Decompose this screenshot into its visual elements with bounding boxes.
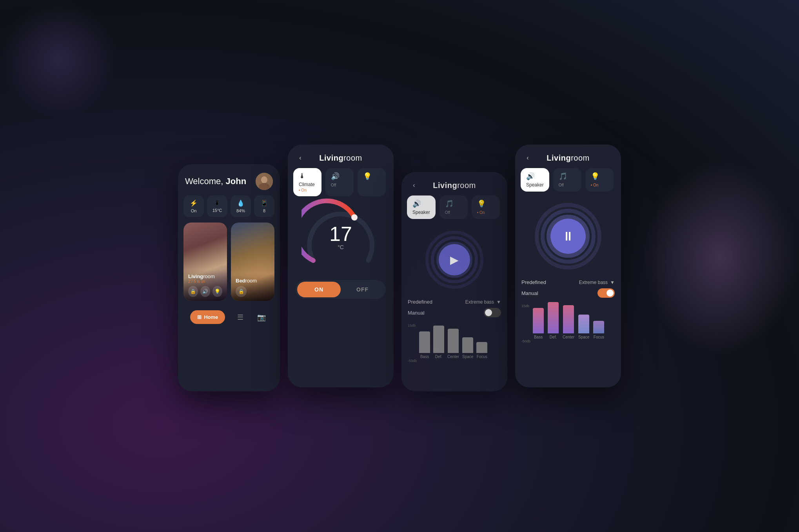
- speaker-lg-manual-label: Manual: [521, 290, 538, 296]
- speaker-lg-light-icon: 💡: [591, 172, 599, 181]
- speaker-sm-manual-row: Manual: [408, 308, 501, 317]
- climate-back-button[interactable]: ‹: [295, 152, 306, 163]
- speaker-lg-pause-button[interactable]: ⏸: [550, 219, 586, 254]
- speaker-sm-play-button[interactable]: ▶: [439, 244, 470, 275]
- living-room-card[interactable]: Livingroom 2 / 5 is on 🔒 🔊 💡: [183, 223, 227, 301]
- speaker-sm-bar-bass: [419, 331, 430, 353]
- speaker-lg-predefined-value[interactable]: Extreme bass ▼: [579, 280, 615, 285]
- speaker-lg-eq-space: Space: [578, 315, 589, 339]
- tab-speaker-climate[interactable]: 🔊 Off: [325, 168, 354, 196]
- tab-speaker-sm-music[interactable]: 🎵 Off: [439, 195, 468, 219]
- devices-icon: 📱: [260, 199, 268, 207]
- climate-on-button[interactable]: ON: [297, 282, 341, 297]
- speaker-sm-eq-bars: Bass Def. Center Space: [419, 324, 501, 363]
- speaker-sm-yaxis: 15db -50db: [408, 324, 417, 363]
- stat-temp: 🌡 15°C: [207, 195, 227, 217]
- avatar[interactable]: [256, 173, 273, 190]
- speaker-sm-predefined-label: Predefined: [408, 299, 432, 305]
- speaker-climate-tab-icon: 🔊: [331, 172, 340, 181]
- tab-speaker-lg-light[interactable]: 💡 • On: [585, 168, 614, 192]
- speaker-lg-label-bass: Bass: [534, 335, 543, 339]
- speaker-lg-bar-def: [548, 302, 559, 333]
- speaker-lg-music-icon: 🎵: [559, 172, 567, 181]
- speaker-lg-title-light: room: [571, 154, 590, 162]
- speaker-sm-screen: ‹ Livingroom 🔊 Speaker 🎵 Off 💡 • On: [401, 172, 507, 391]
- speaker-sm-predefined-row: Predefined Extreme bass ▼: [408, 299, 501, 305]
- speaker-sm-manual-toggle[interactable]: [484, 308, 501, 317]
- speaker-lg-music-status: Off: [559, 183, 564, 187]
- speaker-lg-predefined-text: Extreme bass: [579, 280, 608, 285]
- nav-list-button[interactable]: ☰: [234, 311, 247, 324]
- speaker-sm-label-center: Center: [447, 355, 459, 359]
- speaker-sm-label-focus: Focus: [477, 355, 487, 359]
- speaker-lg-play-ring: ⏸: [533, 201, 603, 271]
- living-room-name: Livingroom: [188, 273, 222, 279]
- stat-power-value: On: [191, 208, 197, 213]
- stat-power: ⚡ On: [183, 195, 204, 217]
- living-ctrl-2[interactable]: 🔊: [200, 286, 210, 297]
- climate-off-button[interactable]: OFF: [341, 282, 384, 297]
- speaker-lg-label-focus: Focus: [594, 335, 604, 339]
- speaker-climate-tab-status: Off: [331, 183, 336, 187]
- bedroom-name: Bedroom: [236, 278, 270, 284]
- greeting: Welcome, John: [185, 176, 246, 186]
- speaker-lg-back-button[interactable]: ‹: [522, 152, 533, 163]
- speaker-lg-bar-space: [578, 315, 589, 333]
- tab-speaker-sm-light[interactable]: 💡 • On: [472, 195, 500, 219]
- speaker-lg-play-area: ⏸: [515, 197, 621, 279]
- speaker-lg-eq-center: Center: [563, 305, 574, 339]
- speaker-sm-play-ring: ▶: [423, 228, 486, 291]
- temp-icon: 🌡: [214, 199, 220, 206]
- tab-speaker-lg-music[interactable]: 🎵 Off: [553, 168, 581, 192]
- home-header: Welcome, John: [178, 164, 280, 195]
- speaker-lg-manual-row: Manual: [521, 288, 615, 298]
- climate-tab-label: Climate: [299, 182, 315, 187]
- svg-point-3: [351, 214, 358, 221]
- speaker-sm-bar-focus: [476, 342, 487, 353]
- speaker-lg-bar-focus: [593, 321, 604, 333]
- living-ctrl-1[interactable]: 🔒: [188, 286, 198, 297]
- speaker-lg-eq-chart: 15db -50db Bass Def.: [521, 301, 615, 343]
- speaker-sm-manual-label: Manual: [408, 310, 425, 316]
- bedroom-card[interactable]: Bedroom 🔒: [231, 223, 274, 301]
- power-icon: ⚡: [190, 199, 198, 207]
- temperature-value: 17: [329, 224, 352, 244]
- stat-devices: 📱 8: [254, 195, 274, 217]
- speaker-sm-eq-bass: Bass: [419, 331, 430, 359]
- speaker-lg-manual-toggle[interactable]: [597, 288, 615, 298]
- speaker-lg-eq-def: Def.: [548, 302, 559, 339]
- speaker-sm-back-button[interactable]: ‹: [409, 180, 419, 191]
- speaker-sm-predefined-value[interactable]: Extreme bass ▼: [465, 299, 501, 305]
- home-nav-icon: ⊞: [197, 314, 202, 320]
- tab-speaker-sm-main[interactable]: 🔊 Speaker: [407, 195, 436, 219]
- speaker-lg-title: Livingroom: [547, 154, 589, 163]
- bedroom-content: Bedroom 🔒: [231, 274, 274, 301]
- tab-light-climate[interactable]: 💡: [358, 168, 386, 196]
- tab-speaker-lg-main[interactable]: 🔊 Speaker: [521, 168, 549, 192]
- speaker-sm-music-icon: 🎵: [445, 199, 454, 208]
- bedroom-ctrl-1[interactable]: 🔒: [236, 286, 247, 297]
- speaker-sm-title-light: room: [457, 181, 476, 190]
- speaker-lg-bar-center: [563, 305, 574, 333]
- home-screen: Welcome, John ⚡ On 🌡 15°C 💧 84%: [178, 164, 280, 391]
- speaker-sm-bar-center: [448, 329, 459, 353]
- stat-humidity-value: 84%: [236, 208, 245, 213]
- climate-title-light: room: [343, 154, 362, 162]
- speaker-sm-main-label: Speaker: [412, 210, 430, 215]
- light-climate-tab-icon: 💡: [363, 172, 372, 181]
- climate-header: ‹ Livingroom: [288, 145, 394, 168]
- home-nav-button[interactable]: ⊞ Home: [190, 310, 225, 324]
- nav-device-button[interactable]: 📷: [255, 311, 268, 324]
- climate-tab-status: • On: [299, 188, 307, 192]
- climate-dial-container: 17 °C: [288, 202, 394, 276]
- living-ctrl-3[interactable]: 💡: [212, 286, 222, 297]
- stat-temp-value: 15°C: [212, 208, 222, 213]
- speaker-lg-label-def: Def.: [550, 335, 557, 339]
- speaker-lg-yaxis: 15db -50db: [521, 304, 530, 343]
- tab-climate[interactable]: 🌡 Climate • On: [293, 168, 321, 196]
- living-room-content: Livingroom 2 / 5 is on 🔒 🔊 💡: [183, 270, 227, 301]
- dial-wrapper[interactable]: 17 °C: [301, 206, 380, 268]
- speaker-sm-predefined-text: Extreme bass: [465, 299, 494, 305]
- speaker-lg-header: ‹ Livingroom: [515, 145, 621, 168]
- speaker-lg-light-status: • On: [591, 183, 599, 187]
